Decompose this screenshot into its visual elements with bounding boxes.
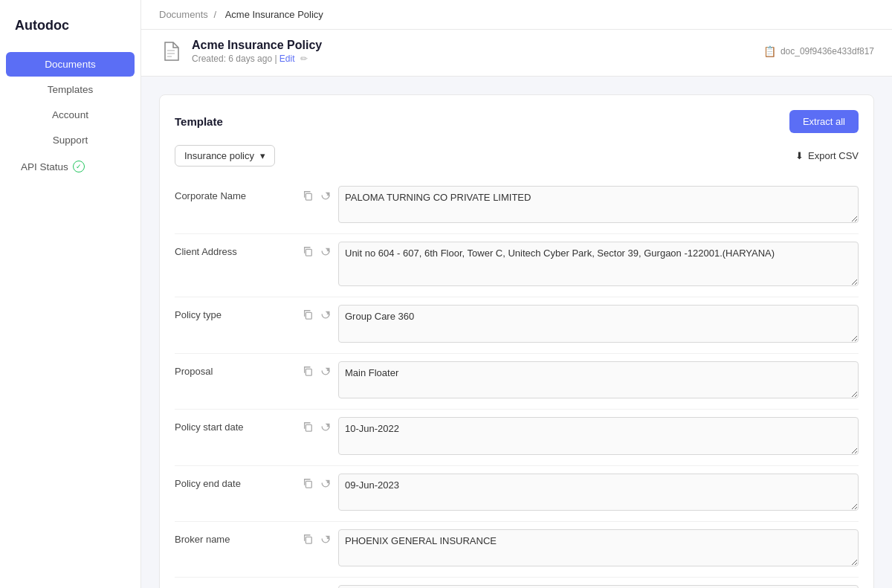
field-copy-button[interactable] [301, 476, 314, 491]
doc-id-value: doc_09f9436e433df817 [780, 46, 874, 56]
field-textarea[interactable] [338, 417, 859, 454]
api-status-check-icon: ✓ [73, 161, 85, 172]
doc-meta: Created: 6 days ago | Edit ✏ [192, 54, 322, 64]
field-actions [301, 186, 338, 226]
field-row: Proposal [175, 354, 859, 410]
field-value-wrap [338, 361, 859, 401]
field-row: Policy start date [175, 410, 859, 465]
field-label: Policy type [175, 305, 301, 345]
breadcrumb: Documents / Acme Insurance Policy [159, 9, 326, 20]
template-sub-header: Insurance policy ▾ ⬇ Export CSV [175, 145, 859, 167]
fields-list: Corporate NameClient AddressPolicy typeP… [175, 178, 859, 588]
field-actions [301, 529, 338, 569]
field-refresh-button[interactable] [319, 476, 332, 491]
field-textarea[interactable] [338, 529, 859, 566]
main-content: Documents / Acme Insurance Policy Acme I… [141, 0, 892, 588]
doc-id-block: 📋 doc_09f9436e433df817 [763, 45, 874, 57]
field-value-wrap [338, 417, 859, 457]
sidebar-item-account[interactable]: Account [6, 103, 135, 127]
app-logo: Autodoc [0, 12, 140, 51]
breadcrumb-root[interactable]: Documents [159, 9, 208, 20]
field-refresh-button[interactable] [319, 189, 332, 204]
field-actions [301, 361, 338, 401]
field-row: Policy end date [175, 466, 859, 522]
breadcrumb-current: Acme Insurance Policy [225, 9, 323, 20]
field-label: Broker name [175, 529, 301, 569]
field-textarea[interactable] [338, 585, 859, 588]
template-section-title: Template [175, 115, 223, 128]
template-header: Template Extract all [175, 110, 859, 133]
svg-rect-13 [306, 481, 311, 488]
svg-rect-3 [306, 193, 311, 200]
field-textarea[interactable] [338, 242, 859, 286]
field-copy-button[interactable] [301, 189, 314, 204]
svg-rect-11 [306, 425, 311, 432]
doc-file-icon [159, 39, 183, 63]
download-icon: ⬇ [795, 150, 804, 161]
doc-header: Acme Insurance Policy Created: 6 days ag… [141, 30, 892, 77]
chevron-down-icon: ▾ [260, 150, 265, 161]
field-actions [301, 242, 338, 289]
field-copy-button[interactable] [301, 532, 314, 547]
field-refresh-button[interactable] [319, 364, 332, 379]
template-dropdown[interactable]: Insurance policy ▾ [175, 145, 275, 167]
field-refresh-button[interactable] [319, 308, 332, 323]
svg-rect-5 [306, 250, 311, 256]
field-row: Policy type [175, 297, 859, 353]
field-row: Broker name [175, 522, 859, 578]
content-area: Template Extract all Insurance policy ▾ … [141, 77, 892, 588]
field-value-wrap [338, 305, 859, 345]
field-value-wrap [338, 186, 859, 226]
field-actions [301, 585, 338, 588]
api-status-label: API Status [21, 161, 68, 172]
breadcrumb-separator: / [213, 9, 216, 20]
field-copy-button[interactable] [301, 420, 314, 435]
field-value-wrap [338, 585, 859, 588]
field-value-wrap [338, 529, 859, 569]
field-value-wrap [338, 242, 859, 289]
doc-title: Acme Insurance Policy [192, 39, 322, 52]
field-refresh-button[interactable] [319, 420, 332, 435]
field-actions [301, 305, 338, 345]
svg-rect-9 [306, 369, 311, 375]
sidebar: Autodoc DocumentsTemplatesAccountSupport… [0, 0, 141, 588]
field-copy-button[interactable] [301, 308, 314, 323]
doc-header-left: Acme Insurance Policy Created: 6 days ag… [159, 39, 322, 64]
sidebar-item-templates[interactable]: Templates [6, 77, 135, 102]
field-textarea[interactable] [338, 474, 859, 511]
calendar-icon: 📋 [763, 45, 776, 57]
doc-title-block: Acme Insurance Policy Created: 6 days ag… [192, 39, 322, 64]
field-label: Policy start date [175, 417, 301, 457]
template-dropdown-value: Insurance policy [184, 150, 254, 161]
field-row: Client Address [175, 234, 859, 297]
field-copy-button[interactable] [301, 364, 314, 379]
export-csv-label: Export CSV [808, 150, 859, 161]
field-refresh-button[interactable] [319, 245, 332, 259]
field-textarea[interactable] [338, 186, 859, 223]
field-label: Client Address [175, 242, 301, 289]
field-value-wrap [338, 474, 859, 514]
field-label: Corporate Name [175, 186, 301, 226]
svg-rect-15 [306, 537, 311, 543]
api-status: API Status ✓ [6, 154, 135, 179]
extract-all-button[interactable]: Extract all [789, 110, 859, 133]
export-csv-button[interactable]: ⬇ Export CSV [795, 150, 859, 161]
doc-edit-link[interactable]: Edit [279, 54, 295, 64]
template-card: Template Extract all Insurance policy ▾ … [159, 94, 874, 588]
field-label: Number of dependents [175, 585, 301, 588]
field-refresh-button[interactable] [319, 532, 332, 547]
field-label: Policy end date [175, 474, 301, 514]
field-row: Corporate Name [175, 178, 859, 234]
doc-edit-icon[interactable]: ✏ [300, 54, 308, 64]
field-textarea[interactable] [338, 361, 859, 398]
field-row: Number of dependents [175, 578, 859, 588]
top-header: Documents / Acme Insurance Policy [141, 0, 892, 30]
sidebar-item-documents[interactable]: Documents [6, 52, 135, 77]
field-label: Proposal [175, 361, 301, 401]
field-actions [301, 474, 338, 514]
field-textarea[interactable] [338, 305, 859, 342]
field-actions [301, 417, 338, 457]
field-copy-button[interactable] [301, 245, 314, 259]
sidebar-item-support[interactable]: Support [6, 128, 135, 152]
doc-created: Created: 6 days ago | [192, 54, 279, 64]
